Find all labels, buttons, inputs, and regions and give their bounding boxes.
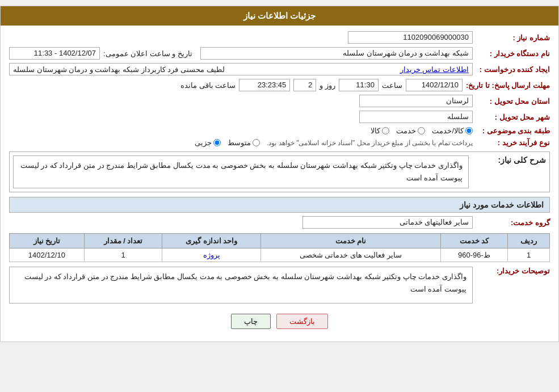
table-cell: 1 — [508, 248, 550, 262]
sharh-kolli-label: شرح کلی نیاز: — [472, 155, 546, 165]
ostan-row: استان محل تحویل : لرستان — [9, 95, 550, 107]
radio-jozyi-input[interactable] — [213, 139, 221, 146]
ostan-label: استان محل تحویل : — [476, 97, 550, 106]
saat-label: ساعت — [382, 81, 402, 90]
noe-farayand-row: نوع فرآیند خرید : پرداخت تمام یا بخشی از… — [9, 138, 550, 147]
date-field: 1402/12/10 — [406, 79, 463, 91]
table-cell: 1 — [84, 248, 162, 262]
tarikh-elan-row: نام دستگاه خریدار : شبکه بهداشت و درمان … — [9, 47, 550, 60]
ostan-value: لرستان — [359, 95, 473, 107]
table-cell: پروژه — [162, 248, 261, 262]
table-cell: سایر فعالیت های خدماتی شخصی — [261, 248, 441, 262]
nam-dastgah-value: شبکه بهداشت و درمان شهرستان سلسله — [200, 47, 473, 60]
grooh-khadamat-row: گروه خدمت: سایر فعالیتهای خدماتی — [9, 216, 550, 229]
radio-khadamat: خدمت — [396, 127, 425, 135]
col-tarikh: تاریخ نیاز — [10, 234, 85, 248]
tosifihat-row: توصیحات خریدار: واگذاری خدمات چاپ وتکثیر… — [9, 267, 550, 304]
footer-buttons: بازگشت چاپ — [9, 307, 550, 336]
farayand-radios: پرداخت تمام یا بخشی از مبلغ خریداز محل "… — [9, 138, 473, 147]
tabaghe-label: طبقه بندی موضوعی : — [476, 127, 550, 135]
radio-motevaset: متوسط — [228, 138, 260, 147]
page-title: جزئیات اطلاعات نیاز — [243, 11, 316, 20]
radio-khadamat-input[interactable] — [418, 127, 425, 134]
shahr-label: شهر محل تحویل : — [476, 113, 550, 121]
services-table-container: ردیف کد خدمت نام خدمت واحد اندازه گیری ت… — [9, 233, 550, 262]
baghimande-label: ساعت باقی مانده — [180, 81, 236, 90]
sharh-kolli-row: شرح کلی نیاز: واگذاری خدمات چاپ وتکثیر ش… — [9, 151, 550, 192]
table-row: 1ط-96-960سایر فعالیت های خدماتی شخصیپروژ… — [10, 248, 550, 262]
col-vahad: واحد اندازه گیری — [162, 234, 261, 248]
page-wrapper: جزئیات اطلاعات نیاز شماره نیاز : 1102090… — [0, 6, 559, 342]
tosifihat-label: توصیحات خریدار: — [476, 267, 550, 275]
radio-kala-khadamat: کالا/خدمت — [432, 127, 473, 135]
tarikh-elan-value: 1402/12/07 - 11:33 — [9, 47, 100, 60]
back-button[interactable]: بازگشت — [276, 314, 328, 329]
col-radif: ردیف — [508, 234, 550, 248]
tabaghe-row: طبقه بندی موضوعی : کالا/خدمت خدمت کالا — [9, 127, 550, 135]
ijad-konande-label: ایجاد کننده درخواست : — [476, 65, 550, 74]
services-table: ردیف کد خدمت نام خدمت واحد اندازه گیری ت… — [9, 233, 550, 262]
tosifihat-value: واگذاری خدمات چاپ وتکثیر شبکه بهداشت شهر… — [9, 267, 473, 304]
radio-jozyi: جزیی — [195, 138, 221, 147]
page-header: جزئیات اطلاعات نیاز — [1, 6, 558, 26]
shahr-value: سلسله — [359, 111, 473, 123]
ijad-konande-value: اطلاعات تماس خریدار لطیف محسنی فرد کاربر… — [9, 63, 473, 75]
radio-kala-input[interactable] — [382, 127, 389, 134]
radio-khadamat-label: خدمت — [396, 127, 416, 135]
table-cell: ط-96-960 — [440, 248, 507, 262]
ijad-konande-link[interactable]: اطلاعات تماس خریدار — [400, 65, 469, 74]
sharh-kolli-value: واگذاری خدمات چاپ وتکثیر شبکه بهداشت شهر… — [13, 155, 469, 188]
col-tedad: تعداد / مقدار — [84, 234, 162, 248]
rooz-field: 2 — [293, 79, 316, 91]
ijad-konande-row: ایجاد کننده درخواست : اطلاعات تماس خریدا… — [9, 63, 550, 75]
grooh-khadamat-value: سایر فعالیتهای خدماتی — [302, 216, 473, 229]
tabaghe-radios: کالا/خدمت خدمت کالا — [9, 127, 473, 135]
radio-motevaset-input[interactable] — [253, 139, 260, 146]
paym-text: پرداخت تمام یا بخشی از مبلغ خریداز محل "… — [267, 139, 473, 147]
radio-kala-khadamat-label: کالا/خدمت — [432, 127, 464, 135]
radio-motevaset-label: متوسط — [228, 138, 251, 147]
saat-field: 11:30 — [339, 79, 379, 91]
ekhdamat-header: اطلاعات خدمات مورد نیاز — [9, 197, 550, 213]
col-kod: کد خدمت — [440, 234, 507, 248]
nam-dastgah-label: نام دستگاه خریدار : — [476, 49, 550, 58]
radio-kala-label: کالا — [371, 127, 380, 135]
grooh-khadamat-label: گروه خدمت: — [476, 218, 550, 227]
shahr-row: شهر محل تحویل : سلسله — [9, 111, 550, 123]
shomare-niaz-label: شماره نیاز : — [476, 33, 550, 42]
shomare-niaz-row: شماره نیاز : 1102090069000030 — [9, 31, 550, 44]
shomare-niaz-value: 1102090069000030 — [348, 31, 473, 44]
ijad-konande-text: لطیف محسنی فرد کاربرداز شبکه بهداشت و در… — [13, 65, 225, 74]
content-area: شماره نیاز : 1102090069000030 نام دستگاه… — [1, 26, 558, 342]
radio-kala-khadamat-input[interactable] — [465, 127, 473, 134]
mohlat-label: مهلت ارسال پاسخ: تا تاریخ: — [466, 81, 550, 90]
noe-farayand-label: نوع فرآیند خرید : — [476, 138, 550, 147]
radio-jozyi-label: جزیی — [195, 138, 212, 147]
radio-kala: کالا — [371, 127, 389, 135]
print-button[interactable]: چاپ — [231, 314, 271, 329]
mohlat-row: مهلت ارسال پاسخ: تا تاریخ: 1402/12/10 سا… — [9, 79, 550, 91]
table-cell: 1402/12/10 — [10, 248, 85, 262]
baghimande-field: 23:23:45 — [239, 79, 290, 91]
tarikh-elan-label: تاریخ و ساعت اعلان عمومی: — [103, 49, 192, 58]
rooz-label: روز و — [320, 81, 335, 90]
col-nam: نام خدمت — [261, 234, 441, 248]
